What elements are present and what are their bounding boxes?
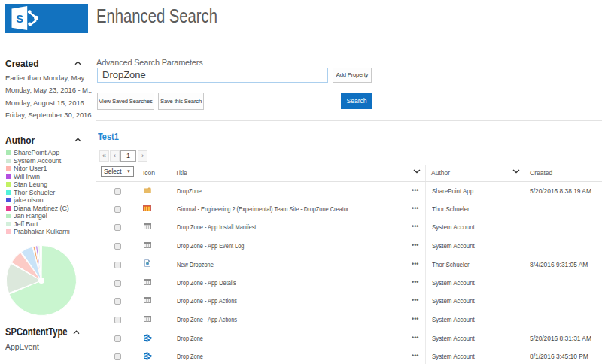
svg-text:S: S: [144, 353, 148, 359]
svg-text:S: S: [16, 13, 23, 25]
svg-text:S: S: [144, 335, 148, 341]
